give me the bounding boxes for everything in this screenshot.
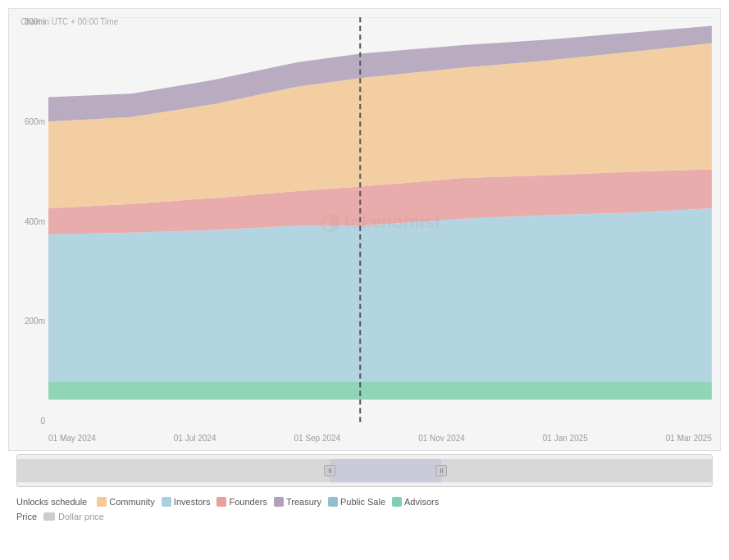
- legend-item-community: Community: [97, 497, 155, 507]
- range-svg: [17, 455, 712, 486]
- chart-area: Chart in UTC + 00:00 Time Today 800m 600…: [8, 8, 721, 451]
- x-label-sep: 01 Sep 2024: [294, 434, 340, 443]
- y-label-800m: 800m: [12, 17, 45, 26]
- y-label-200m: 200m: [12, 316, 45, 326]
- legend-text-investors: Investors: [174, 497, 211, 507]
- y-label-400m: 400m: [12, 217, 45, 226]
- svg-rect-12: [330, 459, 441, 483]
- legend-text-community: Community: [109, 497, 155, 507]
- range-handle-right[interactable]: ⏸: [435, 465, 447, 476]
- legend-dot-public-sale: [328, 497, 338, 507]
- legend-dot-founders: [216, 497, 226, 507]
- x-label-jul: 01 Jul 2024: [174, 434, 216, 443]
- x-label-jan: 01 Jan 2025: [543, 434, 588, 443]
- legend-price-label: Price: [16, 512, 37, 521]
- legend-text-founders: Founders: [229, 497, 267, 507]
- legend-text-advisors: Advisors: [404, 497, 439, 507]
- area-svg: [48, 17, 712, 426]
- legend-dot-community: [97, 497, 107, 507]
- legend-item-treasury: Treasury: [274, 497, 321, 507]
- y-label-600m: 600m: [12, 117, 45, 126]
- svg-marker-5: [48, 382, 712, 399]
- legend-text-treasury: Treasury: [286, 497, 321, 507]
- chart-plot: ◑ tokenomist: [48, 17, 712, 426]
- legend-dot-investors: [162, 497, 171, 507]
- x-label-mar: 01 Mar 2025: [666, 434, 712, 443]
- range-selector[interactable]: ⏸ ⏸: [16, 454, 713, 487]
- legend-item-public-sale: Public Sale: [328, 497, 385, 507]
- legend: Unlocks schedule Community Investors Fou…: [8, 490, 721, 510]
- x-axis: 01 May 2024 01 Jul 2024 01 Sep 2024 01 N…: [48, 426, 712, 450]
- legend-dot-treasury: [274, 497, 284, 507]
- legend-price-item: Dollar price: [58, 512, 104, 521]
- legend-item-founders: Founders: [216, 497, 267, 507]
- chart-container: Chart in UTC + 00:00 Time Today 800m 600…: [0, 0, 729, 525]
- y-axis: 800m 600m 400m 200m 0: [9, 9, 48, 450]
- y-label-0: 0: [12, 417, 45, 426]
- legend-text-public-sale: Public Sale: [340, 497, 385, 507]
- range-track: [17, 455, 712, 486]
- legend-item-investors: Investors: [162, 497, 211, 507]
- legend-item-advisors: Advisors: [392, 497, 439, 507]
- legend-price-dot: [43, 512, 55, 521]
- legend-price-row: Price Dollar price: [8, 510, 721, 525]
- x-label-may: 01 May 2024: [48, 434, 96, 443]
- svg-marker-6: [48, 208, 712, 382]
- legend-dot-advisors: [392, 497, 402, 507]
- legend-schedule-label: Unlocks schedule: [16, 497, 87, 507]
- x-label-nov: 01 Nov 2024: [418, 434, 465, 443]
- range-handle-left[interactable]: ⏸: [324, 465, 335, 476]
